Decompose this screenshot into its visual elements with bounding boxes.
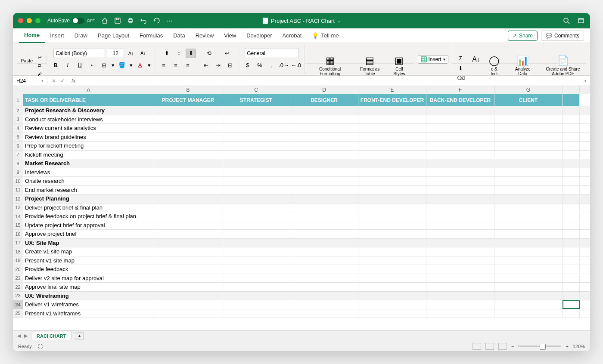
cell[interactable] [358,274,426,283]
cell[interactable] [494,115,563,124]
row-header[interactable]: 2 [13,106,23,115]
row-header[interactable]: 1 [13,94,23,106]
col-header-d[interactable]: D [290,86,358,94]
cell[interactable] [154,221,222,230]
redo-icon[interactable] [152,17,160,25]
cell[interactable] [358,142,426,150]
cell[interactable] [563,221,580,230]
cell[interactable] [494,265,563,274]
cell[interactable] [358,283,426,291]
cell[interactable] [494,124,563,133]
find-select-button[interactable]: ◯d & lect [487,55,502,63]
cell[interactable] [358,168,426,177]
analyze-data-button[interactable]: 📊Analyze Data [510,55,536,63]
cell[interactable] [154,247,222,256]
page-break-view-button[interactable] [498,343,507,350]
increase-font-icon[interactable]: A↑ [126,49,136,58]
row-header[interactable]: 23 [13,292,23,300]
cell[interactable] [222,159,290,168]
cell[interactable] [563,274,580,283]
cell[interactable] [222,274,290,283]
row-header[interactable]: 15 [13,221,23,230]
cell[interactable] [358,212,426,221]
cell[interactable] [494,300,563,309]
tab-draw[interactable]: Draw [69,28,93,43]
enter-formula-icon[interactable]: ✓ [60,78,65,84]
cell[interactable]: Create v1 site map [23,247,154,256]
cell[interactable]: Update project brief for approval [23,221,154,230]
ribbon-options-icon[interactable] [577,17,585,25]
cell[interactable] [494,133,563,142]
cell[interactable] [358,247,426,256]
header-task[interactable]: TASK OR DELIVERABLE [23,94,154,106]
row-header[interactable]: 8 [13,159,23,168]
cell[interactable] [563,159,580,168]
cell[interactable] [358,204,426,212]
zoom-slider[interactable] [518,345,561,347]
cell[interactable] [290,194,358,203]
cell[interactable]: Review brand guidelines [23,133,154,142]
cell[interactable]: UX: Site Map [23,239,154,247]
cell[interactable] [290,283,358,291]
cell[interactable] [290,177,358,185]
cell[interactable] [222,239,290,247]
cell[interactable] [358,133,426,142]
cell[interactable] [222,221,290,230]
row-header[interactable]: 17 [13,239,23,247]
cell[interactable] [222,247,290,256]
cut-icon[interactable]: ✂ [36,55,43,60]
page-layout-view-button[interactable] [485,343,494,350]
cell[interactable] [222,300,290,309]
cell[interactable] [563,265,580,274]
cell[interactable] [563,300,580,309]
cell[interactable] [494,177,563,185]
cell[interactable]: Prep for kickoff meeting [23,142,154,150]
cell[interactable] [154,204,222,212]
cell[interactable] [358,106,426,115]
cell[interactable] [154,292,222,300]
cell[interactable] [154,124,222,133]
cell[interactable] [494,159,563,168]
cell[interactable] [222,106,290,115]
strike-button[interactable]: • [87,61,97,70]
cell[interactable] [222,142,290,150]
cell[interactable] [154,142,222,150]
cell[interactable]: Present v1 wireframes [23,309,154,318]
cell[interactable] [426,151,494,159]
row-header[interactable]: 18 [13,247,23,256]
cell[interactable] [358,230,426,238]
cell[interactable] [426,274,494,283]
cell[interactable] [222,230,290,238]
tab-acrobat[interactable]: Acrobat [277,28,307,43]
sort-filter-button[interactable]: A↓ [469,55,484,63]
col-header-e[interactable]: E [358,86,426,94]
cell[interactable] [494,247,563,256]
cell[interactable] [426,247,494,256]
cell[interactable] [154,151,222,159]
header-strategist[interactable]: STRATEGIST [222,94,290,106]
cell[interactable] [290,142,358,150]
cell[interactable] [426,292,494,300]
font-name-select[interactable] [53,49,105,58]
cell[interactable] [494,292,563,300]
merge-cells-icon[interactable]: ⊟ [225,61,235,70]
cell[interactable] [494,309,563,318]
cell[interactable] [290,309,358,318]
cell[interactable] [426,221,494,230]
cell[interactable] [426,142,494,150]
col-header-b[interactable]: B [154,86,222,94]
row-header[interactable]: 12 [13,194,23,203]
cell[interactable] [222,133,290,142]
cell[interactable] [154,168,222,177]
col-header-c[interactable]: C [222,86,290,94]
cell[interactable] [154,106,222,115]
cell[interactable] [290,168,358,177]
cell[interactable]: Project Research & Discovery [23,106,154,115]
chevron-down-icon[interactable]: ⌄ [337,19,341,23]
cell[interactable] [426,256,494,265]
italic-button[interactable]: I [62,61,73,70]
cell[interactable] [358,309,426,318]
prev-sheet-icon[interactable]: ◀ [17,333,21,339]
expand-formula-icon[interactable]: ▾ [581,79,590,83]
cell[interactable] [494,168,563,177]
